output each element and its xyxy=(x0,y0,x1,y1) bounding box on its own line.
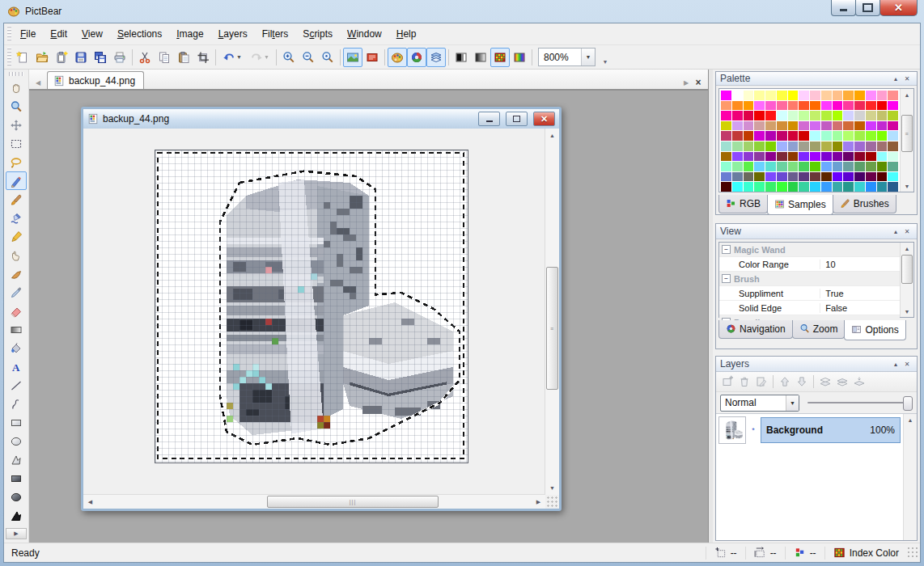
color-swatch[interactable] xyxy=(833,152,843,162)
color-swatch[interactable] xyxy=(788,111,799,120)
layers-panel-titlebar[interactable]: Layers ▴ ✕ xyxy=(716,357,917,372)
color-swatch[interactable] xyxy=(777,121,787,131)
option-value[interactable]: True xyxy=(820,289,900,298)
layer-thumbnail[interactable] xyxy=(718,416,746,444)
menu-file[interactable]: File xyxy=(13,26,43,42)
color-swatch[interactable] xyxy=(765,131,776,141)
color-swatch[interactable] xyxy=(732,101,743,111)
scroll-up-arrow[interactable]: ▲ xyxy=(901,89,913,100)
add-layer-button[interactable] xyxy=(719,374,735,390)
trim-button[interactable] xyxy=(193,48,213,67)
tab-close-button[interactable]: × xyxy=(692,76,705,89)
close-icon[interactable]: ✕ xyxy=(901,74,913,84)
color-swatch[interactable] xyxy=(799,142,809,151)
toolbox-expand-button[interactable]: ▶ xyxy=(6,528,27,539)
color-swatch[interactable] xyxy=(754,111,765,120)
color-swatch[interactable] xyxy=(777,101,787,111)
menu-edit[interactable]: Edit xyxy=(43,26,74,42)
color-swatch[interactable] xyxy=(821,101,832,111)
color-swatch[interactable] xyxy=(732,91,743,100)
color-swatch[interactable] xyxy=(799,152,809,162)
toolbar-grip[interactable] xyxy=(7,48,11,66)
color-swatch[interactable] xyxy=(721,172,731,182)
color-swatch[interactable] xyxy=(821,111,832,120)
view-tab-options[interactable]: Options xyxy=(844,320,905,340)
color-swatch[interactable] xyxy=(866,131,876,141)
scroll-down-arrow[interactable]: ▼ xyxy=(545,481,559,495)
color-swatch[interactable] xyxy=(810,131,820,141)
image-canvas[interactable] xyxy=(155,150,468,463)
color-swatch[interactable] xyxy=(744,152,754,162)
color-swatch[interactable] xyxy=(744,131,754,141)
palette-tab-rgb[interactable]: RGB xyxy=(718,195,768,213)
close-icon[interactable]: ✕ xyxy=(901,226,913,237)
color-swatch[interactable] xyxy=(833,182,843,192)
redo-button[interactable]: ▼ xyxy=(246,48,273,67)
color-swatch[interactable] xyxy=(833,142,843,151)
color-swatch[interactable] xyxy=(788,121,799,131)
window-resize-grip[interactable] xyxy=(907,547,918,560)
opacity-slider[interactable] xyxy=(806,395,913,410)
menu-help[interactable]: Help xyxy=(389,26,424,42)
color-swatch[interactable] xyxy=(744,182,754,192)
color-swatch[interactable] xyxy=(843,172,854,182)
menu-filters[interactable]: Filters xyxy=(255,26,296,42)
color-swatch[interactable] xyxy=(799,131,809,141)
image-close-button[interactable]: ✕ xyxy=(533,112,555,126)
color-swatch[interactable] xyxy=(777,111,787,120)
color-swatch[interactable] xyxy=(799,121,809,131)
color-swatch[interactable] xyxy=(843,101,854,111)
filled-polygon-tool[interactable] xyxy=(6,506,27,525)
color-swatch[interactable] xyxy=(854,172,865,182)
color-swatch[interactable] xyxy=(833,162,843,171)
menu-window[interactable]: Window xyxy=(340,26,389,42)
move-layer-down-button[interactable] xyxy=(794,374,810,390)
scroll-up-arrow[interactable]: ▲ xyxy=(904,414,917,425)
color-swatch[interactable] xyxy=(888,101,898,111)
color-swatch[interactable] xyxy=(754,121,765,131)
color-swatch[interactable] xyxy=(877,131,888,141)
slider-thumb[interactable] xyxy=(903,396,913,411)
filled-ellipse-tool[interactable] xyxy=(6,488,27,506)
option-value[interactable]: 10 xyxy=(820,260,900,269)
zoom-actual-button[interactable] xyxy=(318,48,337,67)
color-swatch[interactable] xyxy=(833,131,843,141)
color-swatch[interactable] xyxy=(833,121,843,131)
menu-view[interactable]: View xyxy=(74,26,110,42)
delete-layer-button[interactable] xyxy=(736,374,752,390)
collapse-icon[interactable]: − xyxy=(722,274,731,283)
color-swatch[interactable] xyxy=(788,142,799,151)
color-swatch[interactable] xyxy=(877,142,888,151)
color-swatch[interactable] xyxy=(777,162,787,171)
color-swatch[interactable] xyxy=(866,172,876,182)
toolbar-overflow-button[interactable]: ▼ xyxy=(600,47,610,67)
paste-button[interactable] xyxy=(174,48,193,67)
color-swatch[interactable] xyxy=(799,172,809,182)
color-swatch[interactable] xyxy=(765,152,776,162)
color-swatch[interactable] xyxy=(721,121,731,131)
color-swatch[interactable] xyxy=(754,182,765,192)
color-swatch[interactable] xyxy=(810,121,820,131)
color-swatch[interactable] xyxy=(888,131,898,141)
chevron-down-icon[interactable]: ▼ xyxy=(264,54,269,60)
color-swatch[interactable] xyxy=(732,172,743,182)
color-swatch[interactable] xyxy=(888,91,898,100)
color-swatch[interactable] xyxy=(843,152,854,162)
layer-properties-button[interactable] xyxy=(753,374,769,390)
color-swatch[interactable] xyxy=(877,111,888,120)
close-icon[interactable]: ✕ xyxy=(901,359,913,370)
color-swatch[interactable] xyxy=(777,91,787,100)
color-swatch[interactable] xyxy=(821,162,832,171)
color-swatch[interactable] xyxy=(854,121,865,131)
color-swatch[interactable] xyxy=(843,131,854,141)
collapse-icon[interactable]: ▴ xyxy=(890,74,901,84)
options-scroll-thumb[interactable] xyxy=(901,255,913,284)
color-swatch[interactable] xyxy=(821,121,832,131)
document-tab[interactable]: backup_44.png xyxy=(47,71,144,89)
view-tab-navigation[interactable]: Navigation xyxy=(718,320,793,339)
color-swatch[interactable] xyxy=(754,131,765,141)
color-swatch[interactable] xyxy=(788,172,799,182)
color-swatch[interactable] xyxy=(833,111,843,120)
scroll-down-arrow[interactable]: ▼ xyxy=(901,180,913,192)
hand-tool[interactable] xyxy=(6,78,27,97)
